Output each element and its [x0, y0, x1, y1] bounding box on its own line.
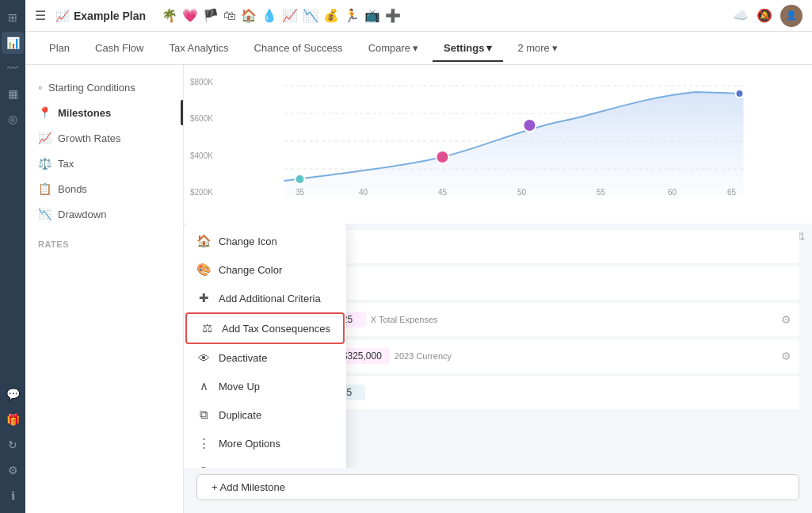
toolbar-icon-screen[interactable]: 📺: [364, 8, 380, 23]
menu-item-deactivate[interactable]: 👁 Deactivate: [184, 344, 346, 372]
left-sidebar: ◦ Starting Conditions 📍 Milestones 📈 Gro…: [25, 65, 184, 513]
toolbar-icon-activity[interactable]: 🏃: [344, 8, 360, 23]
menu-item-duplicate[interactable]: ⧉ Duplicate: [184, 400, 346, 429]
menu-item-change-icon[interactable]: 🏠 Change Icon: [184, 227, 346, 255]
sidebar-icon-refresh[interactable]: ↻: [2, 434, 24, 456]
sidebar-icon-info[interactable]: ℹ: [2, 484, 24, 507]
tab-compare[interactable]: Compare ▾: [357, 36, 429, 62]
sidebar-icon-message[interactable]: 💬: [2, 383, 24, 405]
sidebar-icon-bar[interactable]: ▦: [2, 82, 24, 105]
svg-point-5: [524, 119, 536, 132]
tax-icon: ⚖️: [38, 157, 51, 170]
right-panel: $800K $600K $400K $200K: [184, 65, 812, 513]
toolbar-icon-heart[interactable]: 💗: [182, 8, 198, 23]
content-area: ◦ Starting Conditions 📍 Milestones 📈 Gro…: [25, 65, 812, 513]
milestone-condition-5: At age ▾ 45: [280, 385, 791, 400]
svg-point-7: [736, 90, 744, 98]
toolbar-icon-flag[interactable]: 🏴: [203, 8, 219, 23]
toolbar-icon-home[interactable]: 🏠: [241, 8, 257, 23]
nav-starting-conditions[interactable]: ◦ Starting Conditions: [25, 75, 183, 100]
mute-icon[interactable]: 🔕: [757, 8, 772, 23]
y-label-200k: $200K: [190, 188, 213, 197]
add-milestone-button[interactable]: + Add Milestone: [196, 474, 799, 500]
tab-cash-flow[interactable]: Cash Flow: [84, 36, 154, 62]
plan-chart-icon: 📈: [55, 10, 69, 22]
tab-settings[interactable]: Settings ▾: [433, 36, 503, 62]
add-criteria-icon: ✚: [196, 291, 211, 305]
chart-area: $800K $600K $400K $200K: [184, 65, 812, 224]
menu-label-change-icon: Change Icon: [219, 235, 277, 247]
tab-bar: Plan Cash Flow Tax Analytics Chance of S…: [25, 32, 812, 65]
condition-extra-4: 2023 Currency: [395, 351, 452, 361]
nav-growth-rates[interactable]: 📈 Growth Rates: [25, 125, 183, 151]
delete-icon: 🗑: [196, 465, 211, 468]
settings-chevron: ▾: [486, 42, 492, 54]
nav-milestones[interactable]: 📍 Milestones: [25, 100, 183, 125]
toolbar-icon-up[interactable]: 📈: [282, 8, 298, 23]
svg-text:40: 40: [359, 188, 368, 197]
move-up-icon: ∧: [196, 379, 211, 393]
y-label-400k: $400K: [190, 151, 213, 160]
tab-more[interactable]: 2 more ▾: [506, 36, 568, 62]
deactivate-icon: 👁: [196, 351, 211, 365]
add-tax-icon: ⚖: [200, 321, 214, 335]
change-icon-icon: 🏠: [196, 234, 211, 248]
rates-section-label: Rates: [38, 239, 170, 249]
toolbar-icon-plus[interactable]: ➕: [385, 8, 401, 23]
menu-item-delete[interactable]: 🗑 Delete Milestone: [184, 457, 346, 468]
right-icons: ☁️ 🔕 👤: [733, 5, 802, 27]
tab-plan[interactable]: Plan: [38, 36, 81, 62]
nav-tax-label: Tax: [58, 158, 74, 170]
toolbar-icon-drop[interactable]: 💧: [261, 8, 277, 23]
menu-label-move-up: Move Up: [219, 381, 260, 392]
toolbar-icon-money[interactable]: 💰: [323, 8, 339, 23]
plan-title: Example Plan: [74, 10, 146, 22]
menu-label-delete: Delete Milestone: [219, 465, 295, 468]
y-axis-labels: $800K $600K $400K $200K: [190, 78, 213, 197]
menu-label-deactivate: Deactivate: [219, 352, 267, 364]
menu-item-move-up[interactable]: ∧ Move Up: [184, 372, 346, 400]
menu-label-more-options: More Options: [219, 438, 280, 450]
sidebar-icon-activity[interactable]: 〰: [2, 57, 24, 79]
menu-label-add-tax: Add Tax Consequences: [222, 323, 330, 335]
svg-text:45: 45: [438, 188, 448, 197]
nav-drawdown-label: Drawdown: [58, 209, 106, 220]
nav-growth-rates-label: Growth Rates: [58, 132, 120, 144]
sidebar-icon-chart[interactable]: 📊: [2, 32, 24, 54]
sidebar-icon-gear-bottom[interactable]: ⚙: [2, 459, 24, 481]
y-label-800k: $800K: [190, 78, 213, 86]
nav-drawdown[interactable]: 📉 Drawdown: [25, 201, 183, 227]
more-chevron: ▾: [552, 42, 558, 54]
menu-item-add-criteria[interactable]: ✚ Add Additional Criteria: [184, 284, 346, 312]
menu-item-more-options[interactable]: ⋮ More Options: [184, 429, 346, 457]
duplicate-icon: ⧉: [196, 408, 211, 422]
hamburger-menu[interactable]: ☰: [35, 8, 46, 23]
user-avatar[interactable]: 👤: [780, 5, 802, 27]
milestones-icon: 📍: [38, 106, 51, 119]
nav-tax[interactable]: ⚖️ Tax: [25, 151, 183, 176]
svg-text:50: 50: [517, 188, 527, 197]
cloud-icon[interactable]: ☁️: [733, 8, 749, 23]
menu-item-add-tax[interactable]: ⚖ Add Tax Consequences: [185, 312, 345, 344]
toolbar-icon-down[interactable]: 📉: [303, 8, 318, 23]
menu-label-add-criteria: Add Additional Criteria: [219, 293, 321, 304]
condition-extra-3: X Total Expenses: [371, 315, 438, 324]
tab-chance-of-success[interactable]: Chance of Success: [243, 36, 354, 62]
nav-bonds[interactable]: 📋 Bonds: [25, 176, 183, 201]
gear-icon-4[interactable]: ⚙: [781, 350, 791, 362]
svg-text:60: 60: [668, 188, 677, 197]
change-color-icon: 🎨: [196, 262, 211, 277]
bonds-icon: 📋: [38, 182, 51, 195]
sidebar-icon-gift[interactable]: 🎁: [2, 408, 24, 431]
gear-icon-3[interactable]: ⚙: [781, 313, 791, 326]
chart-svg: 35 40 45 50 55 60 65: [228, 78, 799, 197]
icon-sidebar: ⊞ 📊 〰 ▦ ◎ 💬 🎁 ↻ ⚙ ℹ: [0, 0, 25, 513]
menu-item-change-color[interactable]: 🎨 Change Color: [184, 255, 346, 284]
toolbar-icon-beach[interactable]: 🌴: [162, 8, 177, 23]
context-menu: 🏠 Change Icon 🎨 Change Color ✚ Add Addit…: [184, 224, 346, 468]
sidebar-icon-circle[interactable]: ◎: [2, 108, 24, 130]
menu-label-change-color: Change Color: [219, 264, 282, 276]
tab-tax-analytics[interactable]: Tax Analytics: [158, 36, 239, 62]
sidebar-icon-grid[interactable]: ⊞: [2, 6, 24, 29]
toolbar-icon-bag[interactable]: 🛍: [223, 9, 236, 23]
